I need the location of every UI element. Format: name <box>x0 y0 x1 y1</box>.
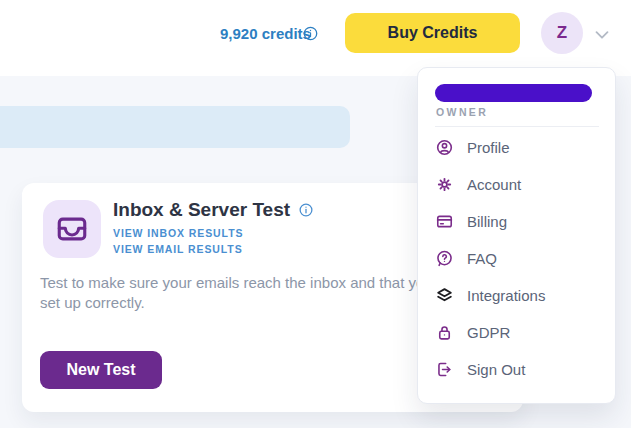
card-description: Test to make sure your emails reach the … <box>40 273 438 313</box>
divider <box>435 126 599 127</box>
chevron-down-icon[interactable] <box>591 23 613 45</box>
credits-info-icon[interactable] <box>302 25 319 42</box>
menu-item-label: Sign Out <box>467 361 525 378</box>
menu-item-label: Account <box>467 176 521 193</box>
promo-banner <box>0 106 350 148</box>
app-screen: 9,920 credits Buy Credits Z Inbox & <box>0 0 631 428</box>
avatar-initial: Z <box>557 23 567 43</box>
role-badge: OWNER <box>436 106 488 118</box>
menu-item-gdpr[interactable]: GDPR <box>418 314 615 351</box>
top-bar: 9,920 credits Buy Credits Z <box>0 0 631 76</box>
menu-item-label: Profile <box>467 139 510 156</box>
sign-out-icon <box>435 360 454 379</box>
account-menu: Profile Account <box>418 129 615 388</box>
menu-item-sign-out[interactable]: Sign Out <box>418 351 615 388</box>
card-description-line1: Test to make sure your emails reach the … <box>40 273 438 293</box>
menu-item-billing[interactable]: Billing <box>418 203 615 240</box>
card-title: Inbox & Server Test <box>113 199 290 221</box>
lock-icon <box>435 323 454 342</box>
menu-item-integrations[interactable]: Integrations <box>418 277 615 314</box>
profile-icon <box>435 138 454 157</box>
account-dropdown: OWNER Profile <box>417 67 616 404</box>
menu-item-label: FAQ <box>467 250 497 267</box>
account-name-pill <box>435 84 592 102</box>
inbox-tray-icon <box>43 200 101 258</box>
question-bubble-icon <box>435 249 454 268</box>
buy-credits-button[interactable]: Buy Credits <box>345 13 520 53</box>
menu-item-account[interactable]: Account <box>418 166 615 203</box>
avatar[interactable]: Z <box>541 12 583 54</box>
menu-item-label: Billing <box>467 213 507 230</box>
credits-balance: 9,920 credits <box>220 25 311 42</box>
card-title-row: Inbox & Server Test <box>113 199 314 221</box>
menu-item-label: Integrations <box>467 287 545 304</box>
view-inbox-results-link[interactable]: VIEW INBOX RESULTS <box>113 227 243 239</box>
layers-icon <box>435 286 454 305</box>
menu-item-label: GDPR <box>467 324 510 341</box>
card-description-line2: set up correctly. <box>40 293 438 313</box>
info-icon[interactable] <box>298 202 314 218</box>
menu-item-profile[interactable]: Profile <box>418 129 615 166</box>
new-test-button[interactable]: New Test <box>40 351 162 389</box>
gear-icon <box>435 175 454 194</box>
credit-card-icon <box>435 212 454 231</box>
menu-item-faq[interactable]: FAQ <box>418 240 615 277</box>
view-email-results-link[interactable]: VIEW EMAIL RESULTS <box>113 243 243 255</box>
